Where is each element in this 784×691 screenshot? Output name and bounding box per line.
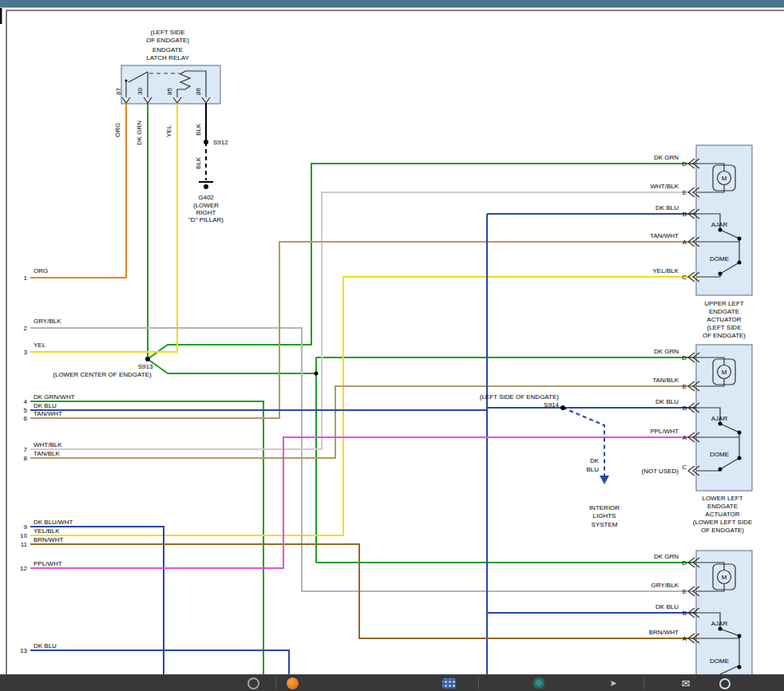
wire8-num: 8 [24,455,28,462]
wire3-num: 3 [24,349,28,356]
junction-dot [738,261,742,265]
share-arrow-icon[interactable] [607,677,620,689]
wire13-label: DK BLU [34,642,57,650]
wire-dkgrnwht-4 [30,401,263,674]
junction-dot [738,634,742,638]
junction-dot [738,431,742,435]
wire-blk2-vertical-label: BLK [195,156,202,169]
firefox-browser-icon[interactable] [287,677,299,689]
act1-wire-d: DK GRN [654,154,679,161]
junction-dot [719,627,723,631]
junction-dot [738,456,742,460]
wire4-num: 4 [24,398,28,405]
junction-dot [560,405,565,410]
interior-lights-arrow [600,476,609,484]
relay-location-line2: OF ENDGATE) [146,37,189,44]
record-ring-icon[interactable] [247,677,259,689]
relay-pin-87-label: 87 [115,88,122,95]
mail-icon[interactable] [679,677,692,689]
junction-dot [719,272,723,276]
relay-location-line1: (LEFT SIDE [151,29,185,36]
wire10-num: 10 [20,532,27,539]
act1-title-line1: UPPER LEFT [704,300,743,307]
act2-pin-b: B [683,405,687,412]
wire-org-vertical-label: ORG [114,123,121,137]
wire5-num: 5 [24,407,28,414]
act2-title-line5: OF ENDGATE) [701,527,744,534]
relay-pin-86-label: 86 [195,88,202,95]
wire-dkbluwht-9 [30,527,164,674]
act2-ajar-label: AJAR [711,415,728,422]
app-grid-icon[interactable] [442,678,456,689]
act1-pin-c: C [682,274,687,281]
status-ring-icon[interactable] [719,678,731,689]
act2-pin-e: E [683,383,687,390]
taskbar-separator [275,677,276,689]
wire11-num: 11 [21,541,28,548]
wire5-label: DK BLU [34,402,57,409]
ground-g402-label: G402 [198,194,214,201]
branch-dkblu-line2: BLU [586,466,599,473]
splice-s913-label: S913 [138,363,153,370]
act1-title-line4: (LEFT SIDE [707,324,742,331]
messenger-icon[interactable] [533,677,544,689]
wire-tanwht-6 [30,242,696,418]
act3-wire-a: BRN/WHT [649,629,679,636]
act2-title-line1: LOWER LEFT [702,495,742,502]
act1-pin-d: D [682,160,687,168]
wire12-label: PPL/WHT [34,560,62,567]
act3-pin-d: D [682,559,687,567]
relay-pin-30-label: 30 [137,88,144,95]
wire9-label: DK BLU/WHT [34,519,73,526]
wire7-label: WHT/BLK [34,441,62,448]
junction-dot [738,237,742,241]
act2-dome-label: DOME [710,451,729,458]
wire7-num: 7 [24,446,28,453]
act1-title-line5: OF ENDGATE) [703,332,746,339]
wire-org [30,103,126,278]
wire-yel-vertical-label: YEL [165,124,172,137]
wire-yelblk-10 [30,277,696,535]
splice-s914-location: (LEFT SIDE OF ENDGATE) [480,393,560,401]
ground-location-line1: (LOWER [193,202,219,209]
wire2-label: GRY/BLK [34,318,61,325]
wire11-label: BRN/WHT [34,536,63,543]
taskbar [0,674,784,691]
act2-title-line2: ENDGATE [707,503,738,510]
taskbar-separator [478,677,479,689]
act1-wire-a: TAN/WHT [650,232,679,239]
act1-pin-b: B [683,211,687,218]
window-chrome-bar [0,0,784,8]
ground-location-line3: "D" PILLAR) [188,216,224,223]
act2-wire-b: DK BLU [655,398,679,405]
wire-dkgrn-vertical-label: DK GRN [136,120,143,145]
relay-pin-85-label: 85 [166,88,173,95]
wire2-num: 2 [24,325,28,332]
wire1-label: ORG [34,267,48,274]
act3-motor-label: M [722,574,727,581]
act1-wire-e: WHT/BLK [650,183,679,190]
act3-wire-b: DK BLU [655,603,679,610]
junction-dot [719,422,723,426]
act2-title-line3: ACTUATOR [705,511,739,518]
wire3-label: YEL [34,342,46,349]
act3-dome-label: DOME [710,657,729,665]
act1-ajar-label: AJAR [711,221,728,228]
act3-ajar-label: AJAR [711,620,728,627]
wire4-label: DK GRN/WHT [34,393,75,401]
wire-dkgrn-branch [148,359,316,373]
interior-lights-line2: LIGHTS [593,512,616,519]
wire8-label: TAN/BLK [34,450,60,457]
act2-wire-d: DK GRN [654,348,679,355]
wire-blk-vertical-label: BLK [195,123,202,136]
branch-dkblu-line1: DK [590,457,600,464]
wire12-num: 12 [20,565,27,572]
junction-dot [204,140,208,144]
act3-wire-e: GRY/BLK [651,582,679,589]
act2-wire-a: PPL/WHT [650,428,679,435]
act1-pin-a: A [683,239,687,246]
interior-lights-line3: SYSTEM [592,521,618,528]
wire13-num: 13 [20,647,27,654]
act2-wire-e: TAN/BLK [652,377,679,384]
wiring-diagram-svg: (LEFT SIDEOF ENDGATE)ENDGATELATCH RELAY8… [0,8,784,674]
